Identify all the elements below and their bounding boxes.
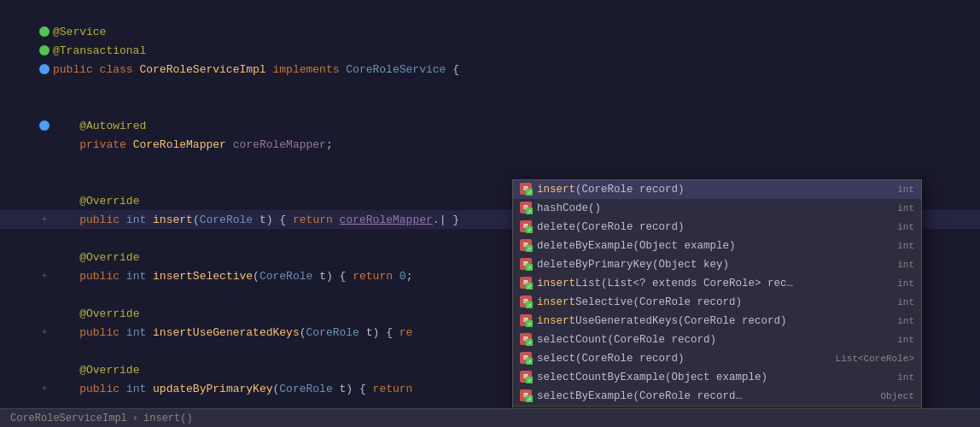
method-icon: m ↗ bbox=[520, 333, 534, 347]
autocomplete-item[interactable]: m ↗ selectCount(CoreRole record) int bbox=[513, 330, 921, 349]
expand-icon[interactable]: + bbox=[42, 272, 47, 281]
autocomplete-item[interactable]: m ↗ insertUseGeneratedKeys(CoreRole reco… bbox=[513, 312, 921, 330]
status-separator: › bbox=[132, 412, 138, 424]
code-line: @Transactional bbox=[0, 41, 980, 60]
method-icon: m ↗ bbox=[520, 389, 534, 403]
code-line: @Autowired bbox=[0, 116, 980, 135]
status-filename: CoreRoleServiceImpl bbox=[10, 412, 127, 424]
autocomplete-item[interactable]: m ↗ deleteByExample(Object example) int bbox=[513, 237, 921, 255]
autocomplete-item[interactable]: m ↗ insertList(List<? extends CoreRole> … bbox=[513, 274, 921, 293]
autocomplete-item[interactable]: m ↗ select(CoreRole record) List<CoreRol… bbox=[513, 349, 921, 368]
gutter-marker bbox=[39, 26, 50, 37]
method-icon: m ↗ bbox=[520, 239, 534, 253]
method-icon: m ↗ bbox=[520, 277, 534, 290]
expand-icon[interactable]: + bbox=[42, 384, 47, 394]
code-line: @Service bbox=[0, 22, 980, 41]
gutter-marker bbox=[39, 64, 50, 74]
autocomplete-item[interactable]: m ↗ insertSelective(CoreRole record) int bbox=[513, 293, 921, 312]
expand-icon[interactable]: + bbox=[42, 215, 47, 225]
editor-container: @Service @Transactional public class Cor… bbox=[0, 0, 980, 427]
code-line: public class CoreRoleServiceImpl impleme… bbox=[0, 60, 980, 79]
code-line bbox=[0, 154, 980, 173]
method-icon: m ↗ bbox=[520, 220, 534, 234]
autocomplete-hint: Ctrl+向下箭头 and Ctrl+向上箭头 will move caret … bbox=[513, 406, 921, 408]
expand-icon[interactable]: + bbox=[42, 328, 47, 337]
code-area: @Service @Transactional public class Cor… bbox=[0, 0, 980, 408]
code-line bbox=[0, 79, 980, 97]
autocomplete-item[interactable]: m ↗ selectCountByExample(Object example)… bbox=[513, 368, 921, 387]
code-line: private CoreRoleMapper coreRoleMapper; bbox=[0, 135, 980, 154]
method-icon: m ↗ bbox=[520, 202, 534, 215]
method-icon: m ↗ bbox=[520, 258, 534, 272]
code-line bbox=[0, 97, 980, 116]
gutter-marker bbox=[39, 120, 50, 131]
status-method: insert() bbox=[143, 412, 193, 424]
gutter-marker bbox=[39, 45, 50, 56]
status-bar: CoreRoleServiceImpl › insert() bbox=[0, 408, 980, 427]
method-icon: m ↗ bbox=[520, 183, 534, 196]
method-icon: m ↗ bbox=[520, 314, 534, 328]
method-icon: m ↗ bbox=[520, 352, 534, 366]
autocomplete-item[interactable]: m ↗ delete(CoreRole record) int bbox=[513, 218, 921, 237]
autocomplete-item[interactable]: m ↗ insert(CoreRole record) int bbox=[513, 180, 921, 199]
autocomplete-item[interactable]: m ↗ selectByExample(CoreRole record… Obj… bbox=[513, 387, 921, 406]
method-icon: m ↗ bbox=[520, 371, 534, 384]
method-icon: m ↗ bbox=[520, 295, 534, 309]
autocomplete-dropdown[interactable]: m ↗ insert(CoreRole record) int m ↗ hash… bbox=[512, 179, 922, 408]
autocomplete-item[interactable]: m ↗ hashCode() int bbox=[513, 199, 921, 218]
code-line bbox=[0, 3, 980, 22]
autocomplete-item[interactable]: m ↗ deleteByPrimaryKey(Object key) int bbox=[513, 255, 921, 274]
